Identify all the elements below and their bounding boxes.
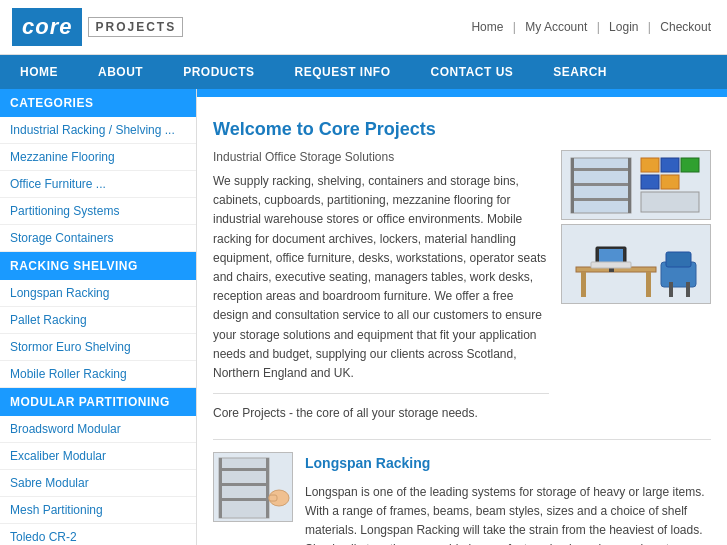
welcome-title: Welcome to Core Projects [213,119,711,140]
svg-rect-2 [571,183,631,186]
svg-rect-26 [219,468,269,471]
main-content-inner: Welcome to Core Projects Industrial Offi… [197,97,727,545]
svg-rect-22 [591,262,631,268]
nav-products[interactable]: PRODUCTS [163,55,274,89]
divider [213,393,549,394]
longspan-title: Longspan Racking [305,452,711,474]
header-nav-home[interactable]: Home [471,20,503,34]
sidebar-item-pallet-racking[interactable]: Pallet Racking [0,307,196,334]
sidebar-item-mezzanine[interactable]: Mezzanine Flooring [0,144,196,171]
longspan-section: Longspan Racking Longspan is one of the … [213,439,711,545]
sidebar-item-office-furniture[interactable]: Office Furniture ... [0,171,196,198]
body-text: We supply racking, shelving, containers … [213,172,549,383]
svg-rect-3 [571,198,631,201]
sidebar-modular-header: MODULAR PARTITIONING [0,388,196,416]
sidebar-item-partitioning[interactable]: Partitioning Systems [0,198,196,225]
main-content: Welcome to Core Projects Industrial Offi… [197,89,727,545]
subtitle: Industrial Office Storage Solutions [213,150,549,164]
svg-rect-4 [571,158,574,213]
logo-box: core [12,8,82,46]
nav-search[interactable]: SEARCH [533,55,627,89]
svg-rect-14 [646,272,651,297]
longspan-image [213,452,293,522]
svg-rect-11 [641,192,699,212]
sidebar-item-mesh[interactable]: Mesh Partitioning [0,497,196,524]
header: core PROJECTS Home | My Account | Login … [0,0,727,55]
header-nav-account[interactable]: My Account [525,20,587,34]
header-nav-checkout[interactable]: Checkout [660,20,711,34]
racking-image [561,150,711,220]
svg-rect-25 [266,458,269,518]
svg-rect-13 [581,272,586,297]
sidebar-item-stormor[interactable]: Stormor Euro Shelving [0,334,196,361]
intro-section: Industrial Office Storage Solutions We s… [213,150,711,423]
svg-rect-16 [666,252,691,267]
longspan-text-area: Longspan Racking Longspan is one of the … [305,452,711,545]
content-top-bar [197,89,727,97]
main-nav: HOME ABOUT PRODUCTS REQUEST INFO CONTACT… [0,55,727,89]
logo-text: core [22,14,72,39]
nav-about[interactable]: ABOUT [78,55,163,89]
svg-rect-5 [628,158,631,213]
svg-rect-18 [686,282,690,297]
svg-rect-17 [669,282,673,297]
sidebar-categories-header: CATEGORIES [0,89,196,117]
sidebar-item-storage-containers[interactable]: Storage Containers [0,225,196,252]
nav-request-info[interactable]: REQUEST INFO [275,55,411,89]
svg-rect-30 [269,495,277,501]
sidebar-item-industrial-racking[interactable]: Industrial Racking / Shelving ... [0,117,196,144]
sidebar-item-sabre[interactable]: Sabre Modular [0,470,196,497]
nav-contact-us[interactable]: CONTACT US [411,55,534,89]
svg-rect-8 [681,158,699,172]
office-image [561,224,711,304]
svg-rect-10 [661,175,679,189]
longspan-body: Longspan is one of the leading systems f… [305,483,711,545]
svg-rect-1 [571,168,631,171]
logo-area: core PROJECTS [12,8,183,46]
sidebar-item-excaliber[interactable]: Excaliber Modular [0,443,196,470]
sidebar-item-broadsword[interactable]: Broadsword Modular [0,416,196,443]
nav-home[interactable]: HOME [0,55,78,89]
sidebar-racking-header: RACKING SHELVING [0,252,196,280]
footer-tagline: Core Projects - the core of all your sto… [213,404,549,423]
logo-projects: PROJECTS [88,17,183,37]
content-wrapper: CATEGORIES Industrial Racking / Shelving… [0,89,727,545]
sidebar: CATEGORIES Industrial Racking / Shelving… [0,89,197,545]
svg-rect-28 [219,498,269,501]
svg-rect-6 [641,158,659,172]
intro-text: Industrial Office Storage Solutions We s… [213,150,549,423]
svg-rect-7 [661,158,679,172]
svg-rect-27 [219,483,269,486]
intro-images [561,150,711,423]
header-nav-login[interactable]: Login [609,20,638,34]
sidebar-item-longspan[interactable]: Longspan Racking [0,280,196,307]
header-nav: Home | My Account | Login | Checkout [467,20,715,34]
sidebar-item-mobile-roller[interactable]: Mobile Roller Racking [0,361,196,388]
sidebar-item-toledo[interactable]: Toledo CR-2 [0,524,196,545]
svg-rect-24 [219,458,222,518]
svg-rect-9 [641,175,659,189]
svg-rect-23 [219,458,269,518]
